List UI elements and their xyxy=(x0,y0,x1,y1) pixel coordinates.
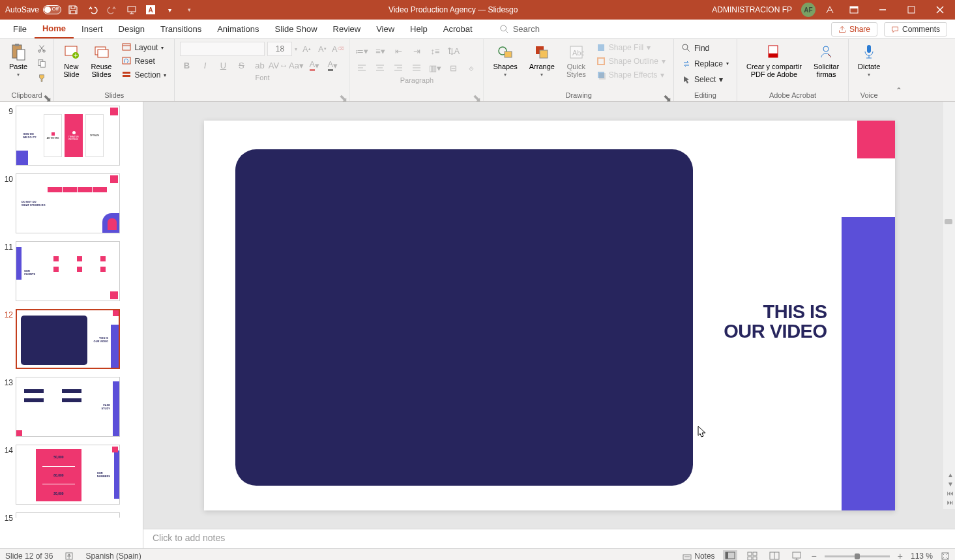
align-text-icon[interactable]: ⊟ xyxy=(447,61,460,74)
change-case-icon[interactable]: Aa▾ xyxy=(289,59,302,72)
smartart-icon[interactable]: ⟐ xyxy=(465,61,478,74)
new-slide-button[interactable]: New Slide xyxy=(59,42,83,81)
increase-indent-icon[interactable]: ⇥ xyxy=(410,44,423,57)
thumbnail-11[interactable]: 11 OURCLIENTS xyxy=(3,241,140,301)
columns-icon[interactable]: ▥▾ xyxy=(428,61,441,74)
autosave-toggle[interactable]: AutoSave Off xyxy=(5,5,61,14)
share-button[interactable]: Share xyxy=(831,22,877,37)
text-direction-icon[interactable]: ⇅A xyxy=(447,44,460,57)
cut-icon[interactable] xyxy=(35,42,48,55)
font-a-icon[interactable]: A xyxy=(146,5,155,14)
zoom-in-icon[interactable]: + xyxy=(898,551,903,560)
tab-slide-show[interactable]: Slide Show xyxy=(267,20,325,38)
bold-icon[interactable]: B xyxy=(180,59,193,72)
close-button[interactable] xyxy=(930,3,950,16)
decrease-indent-icon[interactable]: ⇤ xyxy=(392,44,405,57)
increase-font-icon[interactable]: A▴ xyxy=(300,42,313,55)
coming-soon-icon[interactable] xyxy=(825,5,835,15)
user-avatar[interactable]: AF xyxy=(801,3,815,17)
drawing-launcher-icon[interactable]: ⬊ xyxy=(663,92,671,100)
search-box[interactable]: Search xyxy=(500,20,540,38)
slide-number-status[interactable]: Slide 12 of 36 xyxy=(5,552,53,560)
zoom-level[interactable]: 113 % xyxy=(911,552,933,560)
tab-view[interactable]: View xyxy=(368,20,402,38)
section-button[interactable]: Section ▾ xyxy=(119,69,169,81)
arrange-button[interactable]: Arrange▾ xyxy=(525,42,559,80)
quick-styles-button[interactable]: Abc Quick Styles xyxy=(563,42,590,81)
clear-formatting-icon[interactable]: A⌫ xyxy=(331,42,344,55)
create-share-pdf-button[interactable]: Crear y compartir PDF de Adobe xyxy=(742,42,806,81)
clipboard-launcher-icon[interactable]: ⬊ xyxy=(43,92,51,100)
accessibility-icon[interactable] xyxy=(65,552,74,560)
zoom-slider[interactable] xyxy=(825,555,890,557)
line-spacing-icon[interactable]: ↕≡ xyxy=(428,44,441,57)
maximize-button[interactable] xyxy=(902,3,921,16)
thumbnail-9[interactable]: 9 HOW DOWE DO IT? A/B TESTING ITERATIVEP… xyxy=(3,106,140,166)
reset-button[interactable]: Reset xyxy=(119,55,169,67)
bullets-icon[interactable]: ≔▾ xyxy=(355,44,368,57)
collapse-ribbon-icon[interactable]: ˆ xyxy=(892,84,905,101)
copy-icon[interactable] xyxy=(35,57,48,70)
toggle-switch[interactable]: Off xyxy=(43,5,61,14)
align-center-icon[interactable] xyxy=(374,61,387,74)
reading-view-icon[interactable] xyxy=(767,550,782,560)
zoom-out-icon[interactable]: − xyxy=(812,551,817,560)
comments-button[interactable]: Comments xyxy=(884,22,947,37)
thumb-slide-12[interactable]: THIS ISOUR VIDEO xyxy=(16,309,120,369)
slide-canvas[interactable]: THIS IS OUR VIDEO xyxy=(204,121,895,510)
thumbnail-12[interactable]: 12 THIS ISOUR VIDEO xyxy=(3,309,140,369)
next-slide-icon[interactable]: ⏭ xyxy=(947,499,954,506)
shadow-icon[interactable]: ab xyxy=(253,59,266,72)
tab-design[interactable]: Design xyxy=(111,20,153,38)
shapes-button[interactable]: Shapes▾ xyxy=(489,42,521,80)
minimize-button[interactable] xyxy=(873,3,892,16)
notes-pane[interactable]: Click to add notes xyxy=(143,529,955,548)
thumb-slide-9[interactable]: HOW DOWE DO IT? A/B TESTING ITERATIVEPRO… xyxy=(16,106,120,166)
thumbnail-15[interactable]: 15 xyxy=(3,512,140,523)
thumb-slide-11[interactable]: OURCLIENTS xyxy=(16,241,120,301)
redo-icon[interactable] xyxy=(107,5,117,15)
reuse-slides-button[interactable]: Reuse Slides xyxy=(87,42,116,81)
find-button[interactable]: Find xyxy=(679,42,731,54)
shape-fill-button[interactable]: Shape Fill ▾ xyxy=(594,42,668,53)
thumb-slide-13[interactable]: CASESTUDY xyxy=(16,377,120,437)
thumb-slide-10[interactable]: DO NOT DOWHAT OTHERS DO xyxy=(16,173,120,233)
format-painter-icon[interactable] xyxy=(35,72,48,85)
strikethrough-icon[interactable]: S xyxy=(235,59,248,72)
tab-file[interactable]: File xyxy=(5,20,35,38)
justify-icon[interactable] xyxy=(410,61,423,74)
align-left-icon[interactable] xyxy=(355,61,368,74)
canvas-wrap[interactable]: THIS IS OUR VIDEO ▲ ▼ ⏮ ⏭ xyxy=(143,102,955,529)
font-name-input[interactable] xyxy=(180,42,265,56)
fit-to-window-icon[interactable] xyxy=(941,552,950,560)
ribbon-display-icon[interactable] xyxy=(844,3,864,16)
slide-thumbnails-panel[interactable]: 9 HOW DOWE DO IT? A/B TESTING ITERATIVEP… xyxy=(0,102,143,548)
tab-transitions[interactable]: Transitions xyxy=(153,20,209,38)
user-name[interactable]: ADMINISTRACION FP xyxy=(712,5,792,14)
slide-sorter-view-icon[interactable] xyxy=(745,550,759,560)
shape-effects-button[interactable]: Shape Effects ▾ xyxy=(594,69,668,81)
prev-slide-icon[interactable]: ⏮ xyxy=(947,490,954,497)
align-right-icon[interactable] xyxy=(392,61,405,74)
thumbnail-10[interactable]: 10 DO NOT DOWHAT OTHERS DO xyxy=(3,173,140,233)
thumbnail-13[interactable]: 13 CASESTUDY xyxy=(3,377,140,437)
video-placeholder[interactable] xyxy=(235,149,693,486)
paragraph-launcher-icon[interactable]: ⬊ xyxy=(473,92,480,100)
normal-view-icon[interactable] xyxy=(723,550,737,560)
character-spacing-icon[interactable]: AV↔ xyxy=(271,59,284,72)
vertical-scrollbar[interactable] xyxy=(943,102,955,509)
tab-home[interactable]: Home xyxy=(35,20,74,38)
font-color-icon[interactable]: A▾ xyxy=(308,59,321,72)
replace-button[interactable]: Replace ▾ xyxy=(679,58,731,70)
underline-icon[interactable]: U xyxy=(216,59,229,72)
tab-insert[interactable]: Insert xyxy=(74,20,111,38)
thumb-slide-14[interactable]: 50,000 80,000 20,000 OURNUMBERS xyxy=(16,445,120,505)
shape-outline-button[interactable]: Shape Outline ▾ xyxy=(594,55,668,67)
tab-review[interactable]: Review xyxy=(325,20,369,38)
scroll-up-icon[interactable]: ▲ xyxy=(947,471,954,479)
layout-button[interactable]: Layout ▾ xyxy=(119,42,169,53)
scroll-down-icon[interactable]: ▼ xyxy=(947,480,954,488)
decrease-font-icon[interactable]: A▾ xyxy=(316,42,329,55)
slideshow-view-icon[interactable] xyxy=(789,550,804,560)
tab-help[interactable]: Help xyxy=(402,20,435,38)
